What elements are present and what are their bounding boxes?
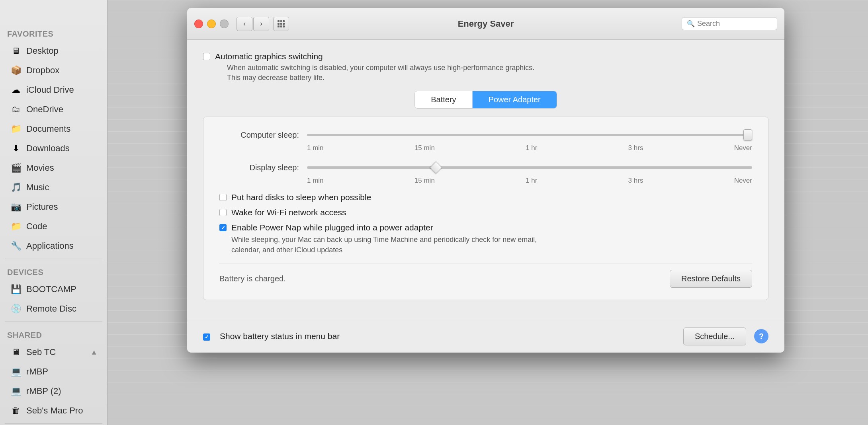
sidebar-item-label: Documents bbox=[26, 124, 70, 134]
sidebar-item-code[interactable]: 📁 Code bbox=[2, 217, 105, 236]
sidebar-item-label: Seb TC bbox=[26, 347, 56, 357]
display-sleep-slider-container bbox=[307, 162, 752, 174]
window-title: Energy Saver bbox=[458, 19, 514, 29]
show-battery-label: Show battery status in menu bar bbox=[220, 331, 340, 341]
bottom-bar: Show battery status in menu bar Schedule… bbox=[187, 320, 784, 353]
tick-label: 1 hr bbox=[526, 177, 537, 185]
show-battery-checkbox[interactable] bbox=[203, 333, 210, 341]
applications-icon: 🔧 bbox=[10, 240, 22, 252]
tick-label: 3 hrs bbox=[628, 177, 643, 185]
system-preferences-window: ‹ › Energy Saver 🔍 Autom bbox=[187, 8, 784, 353]
favorites-header: Favorites bbox=[0, 24, 107, 41]
tick-label: 1 hr bbox=[526, 144, 537, 152]
wake-wifi-checkbox[interactable] bbox=[219, 209, 227, 216]
sidebar-item-documents[interactable]: 📁 Documents bbox=[2, 119, 105, 138]
grid-view-button[interactable] bbox=[273, 17, 289, 31]
sidebar-item-bootcamp[interactable]: 💾 BOOTCAMP bbox=[2, 280, 105, 299]
show-battery-row: Show battery status in menu bar bbox=[203, 331, 340, 341]
sidebar-item-label: OneDrive bbox=[26, 104, 63, 115]
sidebar-item-seb-tc[interactable]: 🖥 Seb TC ▲ bbox=[2, 343, 105, 362]
music-icon: 🎵 bbox=[10, 181, 22, 194]
sidebar-item-label: BOOTCAMP bbox=[26, 284, 76, 294]
back-button[interactable]: ‹ bbox=[237, 17, 252, 31]
auto-graphics-label: Automatic graphics switching bbox=[215, 52, 534, 61]
sidebar-item-label: Applications bbox=[26, 241, 74, 251]
schedule-button[interactable]: Schedule... bbox=[683, 328, 746, 345]
tick-label: 1 min bbox=[307, 144, 324, 152]
power-adapter-tab[interactable]: Power Adapter bbox=[473, 91, 557, 108]
sidebar-item-label: Dropbox bbox=[26, 65, 59, 76]
computer-sleep-thumb bbox=[743, 129, 752, 140]
tick-label: 15 min bbox=[414, 177, 435, 185]
dropbox-icon: 📦 bbox=[10, 64, 22, 77]
rmbp-icon: 💻 bbox=[10, 365, 22, 378]
hard-disks-checkbox[interactable] bbox=[219, 194, 227, 201]
window-content: Automatic graphics switching When automa… bbox=[187, 40, 784, 320]
sidebar-item-label: Desktop bbox=[26, 46, 59, 56]
sidebar-item-rmbp[interactable]: 💻 rMBP bbox=[2, 362, 105, 381]
sidebar-item-remote-disc[interactable]: 💿 Remote Disc bbox=[2, 299, 105, 318]
eject-icon[interactable]: ▲ bbox=[90, 348, 98, 357]
tick-label: Never bbox=[734, 144, 752, 152]
sidebar-item-label: Music bbox=[26, 182, 49, 193]
wake-wifi-row: Wake for Wi-Fi network access bbox=[219, 208, 752, 217]
traffic-lights bbox=[194, 19, 229, 28]
sidebar-item-movies[interactable]: 🎬 Movies bbox=[2, 158, 105, 177]
battery-tab[interactable]: Battery bbox=[415, 91, 472, 108]
sidebar-item-rmbp2[interactable]: 💻 rMBP (2) bbox=[2, 382, 105, 401]
battery-status-text: Battery is charged. bbox=[219, 274, 286, 283]
display-sleep-tick-labels: 1 min 15 min 1 hr 3 hrs Never bbox=[307, 177, 752, 185]
movies-icon: 🎬 bbox=[10, 162, 22, 174]
search-icon: 🔍 bbox=[687, 20, 695, 27]
status-bar: Battery is charged. Restore Defaults bbox=[219, 263, 752, 288]
sidebar-item-downloads[interactable]: ⬇ Downloads bbox=[2, 139, 105, 158]
sidebar-item-label: iCloud Drive bbox=[26, 85, 74, 95]
wake-wifi-label: Wake for Wi-Fi network access bbox=[231, 208, 346, 217]
nav-buttons: ‹ › bbox=[237, 17, 269, 31]
hard-disks-row: Put hard disks to sleep when possible bbox=[219, 193, 752, 202]
search-box[interactable]: 🔍 bbox=[682, 17, 777, 30]
auto-graphics-text: Automatic graphics switching When automa… bbox=[215, 52, 534, 83]
sidebar-item-pictures[interactable]: 📷 Pictures bbox=[2, 197, 105, 216]
downloads-icon: ⬇ bbox=[10, 142, 22, 155]
remote-disc-icon: 💿 bbox=[10, 302, 22, 315]
documents-icon: 📁 bbox=[10, 123, 22, 135]
sidebar-divider-3 bbox=[5, 423, 102, 424]
inner-panel: Computer sleep: 1 min 15 min 1 hr 3 hrs … bbox=[203, 117, 768, 300]
power-nap-text: Enable Power Nap while plugged into a po… bbox=[231, 223, 537, 255]
power-nap-desc: While sleeping, your Mac can back up usi… bbox=[231, 235, 537, 255]
help-button[interactable]: ? bbox=[754, 329, 768, 343]
seb-tc-icon: 🖥 bbox=[10, 346, 22, 359]
computer-sleep-slider-container bbox=[307, 129, 752, 141]
window-titlebar: ‹ › Energy Saver 🔍 bbox=[187, 8, 784, 40]
sidebar-item-icloud-drive[interactable]: ☁ iCloud Drive bbox=[2, 80, 105, 99]
maximize-button[interactable] bbox=[220, 19, 229, 28]
sidebar-item-dropbox[interactable]: 📦 Dropbox bbox=[2, 61, 105, 80]
sidebar-item-desktop[interactable]: 🖥 Desktop bbox=[2, 41, 105, 60]
sidebar-item-music[interactable]: 🎵 Music bbox=[2, 178, 105, 197]
close-button[interactable] bbox=[194, 19, 203, 28]
sidebar-item-sebs-mac-pro[interactable]: 🗑 Seb's Mac Pro bbox=[2, 401, 105, 420]
search-input[interactable] bbox=[697, 19, 772, 28]
sidebar-item-label: Movies bbox=[26, 163, 54, 173]
sidebar-divider-1 bbox=[5, 259, 102, 259]
tab-group: Battery Power Adapter bbox=[414, 91, 557, 109]
restore-defaults-button[interactable]: Restore Defaults bbox=[670, 270, 752, 288]
sidebar-item-onedrive[interactable]: 🗂 OneDrive bbox=[2, 100, 105, 119]
sidebar-item-label: Code bbox=[26, 221, 47, 232]
power-nap-checkbox[interactable] bbox=[219, 224, 227, 231]
computer-sleep-row: Computer sleep: bbox=[219, 129, 752, 141]
computer-sleep-label: Computer sleep: bbox=[219, 131, 299, 140]
onedrive-icon: 🗂 bbox=[10, 103, 22, 116]
forward-button[interactable]: › bbox=[253, 17, 269, 31]
auto-graphics-desc: When automatic switching is disabled, yo… bbox=[227, 63, 534, 83]
desktop-icon: 🖥 bbox=[10, 45, 22, 57]
minimize-button[interactable] bbox=[207, 19, 216, 28]
tab-row: Battery Power Adapter bbox=[203, 91, 768, 109]
main-area: ‹ › Energy Saver 🔍 Autom bbox=[108, 0, 868, 425]
sidebar-item-applications[interactable]: 🔧 Applications bbox=[2, 236, 105, 255]
computer-sleep-tick-labels: 1 min 15 min 1 hr 3 hrs Never bbox=[307, 144, 752, 152]
sidebar-item-label: rMBP (2) bbox=[26, 386, 61, 396]
auto-graphics-checkbox[interactable] bbox=[203, 53, 210, 60]
devices-header: Devices bbox=[0, 262, 107, 279]
